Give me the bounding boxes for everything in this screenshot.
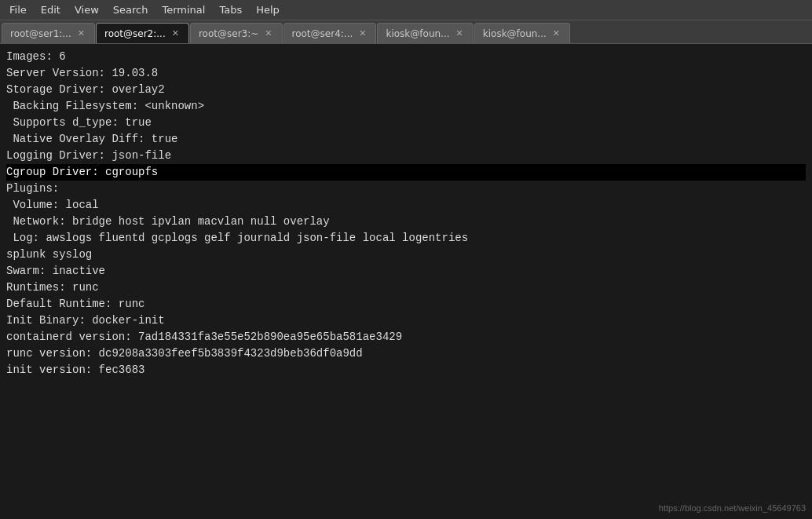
tab-2-label: root@ser3:~ xyxy=(199,28,258,39)
terminal-line-11: Log: awslogs fluentd gcplogs gelf journa… xyxy=(6,230,806,247)
terminal-line-0: Images: 6 xyxy=(6,49,806,65)
tab-2[interactable]: root@ser3:~ ✕ xyxy=(190,23,283,43)
terminal-line-18: runc version: dc9208a3303feef5b3839f4323… xyxy=(6,345,806,362)
terminal-line-4: Supports d_type: true xyxy=(6,115,806,131)
tab-3-close[interactable]: ✕ xyxy=(357,28,368,38)
tab-0-label: root@ser1:... xyxy=(10,28,71,39)
tab-0[interactable]: root@ser1:... ✕ xyxy=(2,23,95,43)
menu-search[interactable]: Search xyxy=(107,2,155,17)
tab-1-label: root@ser2:... xyxy=(104,28,166,39)
menu-view[interactable]: View xyxy=(68,2,105,17)
tab-3-label: root@ser4:... xyxy=(292,28,353,39)
terminal-content: Images: 6Server Version: 19.03.8Storage … xyxy=(0,44,812,519)
tab-4[interactable]: kiosk@foun... ✕ xyxy=(377,23,473,43)
tab-bar: root@ser1:... ✕ root@ser2:... ✕ root@ser… xyxy=(0,20,812,44)
terminal-line-3: Backing Filesystem: <unknown> xyxy=(6,98,806,115)
menu-terminal[interactable]: Terminal xyxy=(155,2,211,17)
tab-1-close[interactable]: ✕ xyxy=(170,28,181,38)
tab-5-label: kiosk@foun... xyxy=(483,28,547,39)
watermark: https://blog.csdn.net/weixin_45649763 xyxy=(659,503,806,513)
terminal-line-5: Native Overlay Diff: true xyxy=(6,131,806,148)
terminal-line-6: Logging Driver: json-file xyxy=(6,148,806,164)
terminal-line-17: containerd version: 7ad184331fa3e55e52b8… xyxy=(6,329,806,345)
tab-0-close[interactable]: ✕ xyxy=(76,28,86,38)
tab-1[interactable]: root@ser2:... ✕ xyxy=(96,23,189,43)
menu-file[interactable]: File xyxy=(3,2,33,17)
tab-3[interactable]: root@ser4:... ✕ xyxy=(283,23,377,43)
terminal-line-8: Plugins: xyxy=(6,181,806,197)
terminal-line-1: Server Version: 19.03.8 xyxy=(6,65,806,82)
terminal-line-19: init version: fec3683 xyxy=(6,362,806,378)
terminal-line-13: Swarm: inactive xyxy=(6,263,806,280)
terminal-line-2: Storage Driver: overlay2 xyxy=(6,82,806,98)
terminal-line-14: Runtimes: runc xyxy=(6,280,806,296)
terminal-line-10: Network: bridge host ipvlan macvlan null… xyxy=(6,214,806,230)
menu-help[interactable]: Help xyxy=(250,2,286,17)
terminal-line-12: splunk syslog xyxy=(6,247,806,263)
terminal-line-16: Init Binary: docker-init xyxy=(6,312,806,329)
menu-edit[interactable]: Edit xyxy=(35,2,67,17)
terminal-line-7: Cgroup Driver: cgroupfs xyxy=(6,164,806,181)
tab-5-close[interactable]: ✕ xyxy=(551,28,561,38)
menu-tabs[interactable]: Tabs xyxy=(213,2,248,17)
tab-5[interactable]: kiosk@foun... ✕ xyxy=(474,23,570,43)
tab-4-close[interactable]: ✕ xyxy=(455,28,465,38)
tab-4-label: kiosk@foun... xyxy=(386,28,449,39)
menu-bar: File Edit View Search Terminal Tabs Help xyxy=(0,0,812,20)
terminal-line-15: Default Runtime: runc xyxy=(6,296,806,312)
tab-2-close[interactable]: ✕ xyxy=(263,28,273,38)
terminal-line-9: Volume: local xyxy=(6,197,806,214)
